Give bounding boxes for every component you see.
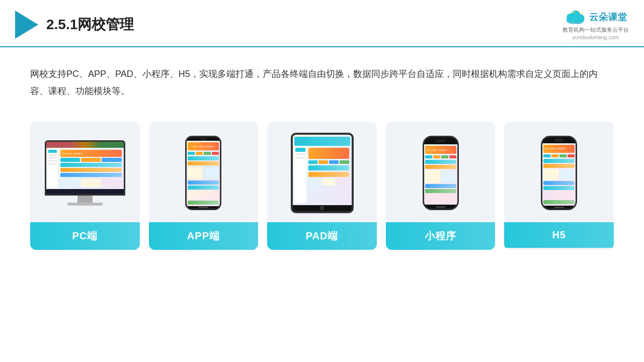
card-h5: 职达人的第一堂职推课 xyxy=(504,122,614,250)
brand-tagline: 教育机构一站式服务云平台 xyxy=(562,26,629,34)
card-app: 职达人的第一堂职推课 xyxy=(149,122,259,250)
brand-name: 云朵课堂 xyxy=(589,11,627,23)
pc-mockup: 职达人的第一堂职推课 xyxy=(45,140,125,206)
svg-point-8 xyxy=(579,11,580,12)
app-image-area: 职达人的第一堂职推课 xyxy=(149,122,259,222)
h5-image-area: 职达人的第一堂职推课 xyxy=(504,122,614,222)
miniapp-phone-mockup: 职达人的第一堂职推课 xyxy=(423,136,459,210)
header-left: 2.5.1网校管理 xyxy=(15,11,134,39)
logo-icon xyxy=(15,11,38,39)
app-label: APP端 xyxy=(149,222,259,250)
pc-label: PC端 xyxy=(30,222,140,250)
miniapp-image-area: 职达人的第一堂职推课 xyxy=(386,122,496,222)
svg-point-7 xyxy=(573,12,575,14)
page-title: 2.5.1网校管理 xyxy=(46,15,134,34)
h5-phone-mockup: 职达人的第一堂职推课 xyxy=(541,136,577,210)
brand-logo: 云朵课堂 xyxy=(564,9,627,25)
brand-url: yunduoketang.com xyxy=(573,34,619,40)
miniapp-label: 小程序 xyxy=(386,222,496,250)
description-text: 网校支持PC、APP、PAD、小程序、H5，实现多端打通，产品各终端自由切换，数… xyxy=(0,47,644,112)
pad-label: PAD端 xyxy=(267,222,377,250)
app-phone-mockup: 职达人的第一堂职推课 xyxy=(185,136,221,210)
brand-area: 云朵课堂 教育机构一站式服务云平台 yunduoketang.com xyxy=(562,9,629,40)
cards-container: 职达人的第一堂职推课 xyxy=(0,112,644,265)
pc-image-area: 职达人的第一堂职推课 xyxy=(30,122,140,222)
card-pc: 职达人的第一堂职推课 xyxy=(30,122,140,250)
pad-image-area xyxy=(267,122,377,222)
card-miniapp: 职达人的第一堂职推课 xyxy=(386,122,496,250)
h5-label: H5 xyxy=(504,222,614,248)
svg-rect-6 xyxy=(567,18,583,23)
pad-tablet-mockup xyxy=(291,133,354,213)
cloud-icon xyxy=(564,9,586,25)
svg-point-9 xyxy=(582,13,584,15)
header: 2.5.1网校管理 云朵课堂 教育机构一站式服务云平台 yunduoketang… xyxy=(0,0,644,47)
pc-monitor: 职达人的第一堂职推课 xyxy=(45,140,125,196)
card-pad: PAD端 xyxy=(267,122,377,250)
